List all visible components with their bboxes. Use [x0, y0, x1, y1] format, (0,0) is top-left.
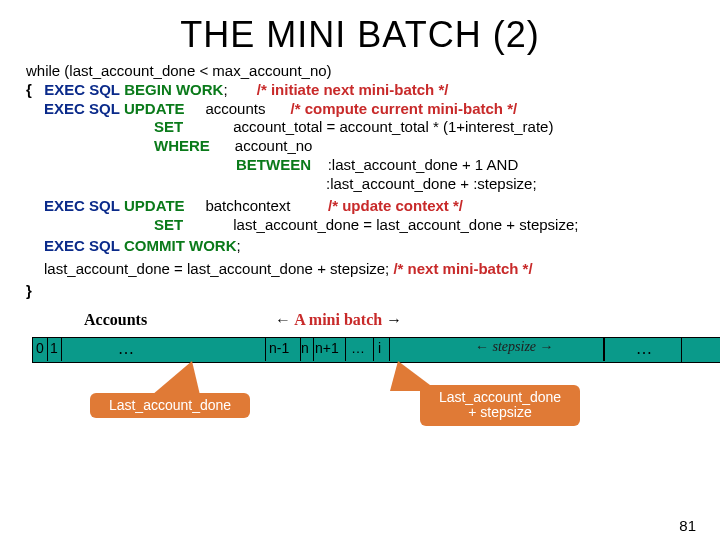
callout2-l1: Last_account_done: [439, 389, 561, 405]
minibatch-text: A mini batch: [294, 311, 382, 328]
line-9: SET last_account_done = last_account_don…: [26, 216, 700, 235]
arrow-left-icon: ←: [275, 311, 291, 328]
callout-last-done-step: Last_account_done + stepsize: [420, 385, 580, 426]
op-update: UPDATE: [124, 100, 185, 117]
diagram: Accounts |← A mini batch →| 0 1 … n-1 n …: [0, 311, 720, 461]
stepsize-text: stepsize: [493, 339, 537, 354]
line-12: }: [26, 282, 700, 301]
op-set: SET: [154, 216, 183, 233]
op-commit: COMMIT WORK: [124, 237, 236, 254]
kw-exec: EXEC SQL: [44, 81, 120, 98]
op-where: WHERE: [154, 137, 210, 154]
line-2: { EXEC SQL BEGIN WORK; /* initiate next …: [26, 81, 700, 100]
line-4: SET account_total = account_total * (1+i…: [26, 118, 700, 137]
cell-i: i: [378, 340, 381, 356]
semi: ;: [223, 81, 227, 98]
line-10: EXEC SQL COMMIT WORK;: [26, 237, 700, 256]
accounts-label: Accounts: [84, 311, 147, 329]
op-update: UPDATE: [124, 197, 185, 214]
code-block: while (last_account_done < max_account_n…: [26, 62, 700, 301]
arrow-right-icon: →: [540, 339, 554, 354]
line-11: last_account_done = last_account_done + …: [26, 260, 700, 279]
cell-1: 1: [50, 340, 58, 356]
callout2-l2: + stepsize: [468, 404, 531, 420]
minibatch-label: |← A mini batch →|: [275, 311, 402, 329]
note-compute: /* compute current mini-batch */: [291, 100, 518, 117]
callout-last-done: Last_account_done: [90, 393, 250, 418]
set-expr-2: last_account_done = last_account_done + …: [233, 216, 578, 233]
note-next: /* next mini-batch */: [393, 260, 532, 277]
cell-dots: …: [351, 340, 365, 356]
between-2: :last_account_done + :stepsize;: [326, 175, 537, 192]
kw-exec: EXEC SQL: [44, 100, 120, 117]
open-brace: {: [26, 81, 40, 100]
stmt-next: last_account_done = last_account_done + …: [44, 260, 389, 277]
semi: ;: [237, 237, 241, 254]
set-expr: account_total = account_total * (1+inter…: [233, 118, 553, 135]
note-initiate: /* initiate next mini-batch */: [257, 81, 449, 98]
ellipsis-2: …: [636, 340, 652, 358]
line-1: while (last_account_done < max_account_n…: [26, 62, 700, 81]
tbl-batchcontext: batchcontext: [205, 197, 290, 214]
kw-exec: EXEC SQL: [44, 237, 120, 254]
line-5: WHERE account_no: [26, 137, 700, 156]
ellipsis-1: …: [118, 340, 134, 358]
note-context: /* update context */: [328, 197, 463, 214]
page-number: 81: [679, 517, 696, 534]
accounts-bar: 0 1 … n-1 n n+1 … i …: [32, 337, 682, 363]
cell-n: n: [301, 340, 309, 356]
stepsize-label: ← stepsize →: [475, 339, 554, 355]
tbl-accounts: accounts: [205, 100, 265, 117]
line-3: EXEC SQL UPDATE accounts /* compute curr…: [26, 100, 700, 119]
line-7: :last_account_done + :stepsize;: [26, 175, 700, 194]
op-between: BETWEEN: [236, 156, 311, 173]
arrow-right-icon: →: [386, 311, 402, 328]
op-set: SET: [154, 118, 183, 135]
where-col: account_no: [235, 137, 313, 154]
arrow-left-icon: ←: [475, 339, 489, 354]
line-6: BETWEEN :last_account_done + 1 AND: [26, 156, 700, 175]
cell-nminus1: n-1: [269, 340, 289, 356]
op-begin: BEGIN WORK: [124, 81, 223, 98]
between-1: :last_account_done + 1 AND: [328, 156, 519, 173]
callout1-wedge: [152, 361, 200, 395]
cell-0: 0: [36, 340, 44, 356]
cell-nplus1: n+1: [315, 340, 339, 356]
slide-title: THE MINI BATCH (2): [0, 14, 720, 56]
close-brace: }: [26, 282, 40, 301]
line-8: EXEC SQL UPDATE batchcontext /* update c…: [26, 197, 700, 216]
kw-exec: EXEC SQL: [44, 197, 120, 214]
